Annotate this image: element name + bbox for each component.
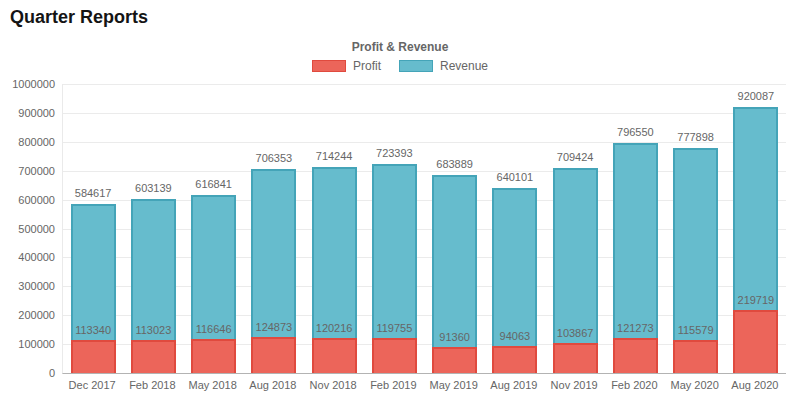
profit-bar[interactable]	[613, 338, 658, 373]
plot-area: 5846171133406031391130236168411166467063…	[62, 84, 786, 374]
y-tick-label: 500000	[0, 223, 55, 235]
revenue-value-label: 796550	[617, 126, 654, 138]
bar-group: 603139113023	[123, 84, 183, 373]
bar-group: 706353124873	[244, 84, 304, 373]
profit-bar[interactable]	[131, 340, 176, 373]
bar-group: 714244120216	[304, 84, 364, 373]
profit-value-label: 113023	[135, 324, 171, 336]
bar-group: 64010194063	[485, 84, 545, 373]
profit-bar[interactable]	[492, 346, 537, 373]
revenue-value-label: 603139	[135, 182, 172, 194]
chart-title: Profit & Revenue	[0, 40, 800, 54]
profit-revenue-chart: Profit & Revenue Profit Revenue 01000002…	[0, 0, 800, 411]
x-axis: Dec 2017Feb 2018May 2018Aug 2018Nov 2018…	[62, 379, 785, 395]
revenue-bar[interactable]	[432, 175, 477, 373]
x-tick-label: May 2020	[665, 379, 725, 391]
bar-group: 584617113340	[63, 84, 123, 373]
revenue-value-label: 714244	[316, 150, 353, 162]
x-tick-label: Feb 2019	[363, 379, 423, 391]
profit-value-label: 115579	[678, 324, 714, 336]
bar-group: 796550121273	[605, 84, 665, 373]
revenue-value-label: 706353	[256, 152, 293, 164]
profit-bar[interactable]	[733, 310, 778, 373]
x-tick-label: May 2018	[183, 379, 243, 391]
y-tick-label: 1000000	[0, 78, 55, 90]
bar-group: 723393119755	[364, 84, 424, 373]
y-tick-label: 0	[0, 367, 55, 379]
profit-value-label: 121273	[617, 322, 654, 334]
profit-value-label: 91360	[439, 331, 470, 343]
x-tick-label: Nov 2018	[303, 379, 363, 391]
x-tick-label: Aug 2018	[243, 379, 303, 391]
y-tick-label: 300000	[0, 280, 55, 292]
profit-swatch-icon	[312, 60, 346, 72]
chart-legend: Profit Revenue	[0, 59, 800, 73]
x-tick-label: Feb 2020	[604, 379, 664, 391]
legend-label-revenue: Revenue	[440, 59, 488, 73]
profit-bar[interactable]	[251, 337, 296, 373]
revenue-value-label: 640101	[497, 171, 534, 183]
bar-group: 920087219719	[726, 84, 786, 373]
y-tick-label: 200000	[0, 309, 55, 321]
profit-value-label: 124873	[256, 321, 293, 333]
bar-group: 709424103867	[545, 84, 605, 373]
y-tick-label: 800000	[0, 136, 55, 148]
revenue-value-label: 920087	[738, 90, 775, 102]
revenue-value-label: 616841	[195, 178, 232, 190]
y-tick-label: 100000	[0, 338, 55, 350]
revenue-swatch-icon	[399, 60, 433, 72]
profit-bar[interactable]	[71, 340, 116, 373]
legend-label-profit: Profit	[353, 59, 381, 73]
profit-bar[interactable]	[673, 340, 718, 373]
profit-bar[interactable]	[191, 339, 236, 373]
profit-value-label: 219719	[738, 294, 775, 306]
profit-value-label: 113340	[75, 324, 111, 336]
y-tick-label: 600000	[0, 194, 55, 206]
x-tick-label: Feb 2018	[122, 379, 182, 391]
profit-value-label: 94063	[500, 330, 531, 342]
profit-value-label: 103867	[557, 327, 594, 339]
profit-bar[interactable]	[553, 343, 598, 373]
profit-value-label: 116646	[196, 323, 232, 335]
x-tick-label: Aug 2019	[484, 379, 544, 391]
profit-bar[interactable]	[312, 338, 357, 373]
x-tick-label: Aug 2020	[725, 379, 785, 391]
profit-bar[interactable]	[372, 338, 417, 373]
bar-group: 777898115579	[666, 84, 726, 373]
x-tick-label: Nov 2019	[544, 379, 604, 391]
bar-group: 68388991360	[425, 84, 485, 373]
y-tick-label: 400000	[0, 251, 55, 263]
profit-bar[interactable]	[432, 347, 477, 373]
y-axis: 0100000200000300000400000500000600000700…	[0, 84, 55, 373]
y-tick-label: 900000	[0, 107, 55, 119]
profit-value-label: 120216	[316, 322, 353, 334]
profit-value-label: 119755	[376, 322, 412, 334]
revenue-value-label: 584617	[75, 187, 112, 199]
legend-item-profit[interactable]: Profit	[312, 59, 381, 73]
revenue-value-label: 723393	[376, 147, 413, 159]
bar-group: 616841116646	[184, 84, 244, 373]
x-tick-label: Dec 2017	[62, 379, 122, 391]
legend-item-revenue[interactable]: Revenue	[399, 59, 488, 73]
x-tick-label: May 2019	[424, 379, 484, 391]
y-tick-label: 700000	[0, 165, 55, 177]
revenue-value-label: 777898	[677, 131, 714, 143]
revenue-value-label: 683889	[436, 158, 473, 170]
revenue-value-label: 709424	[557, 151, 594, 163]
